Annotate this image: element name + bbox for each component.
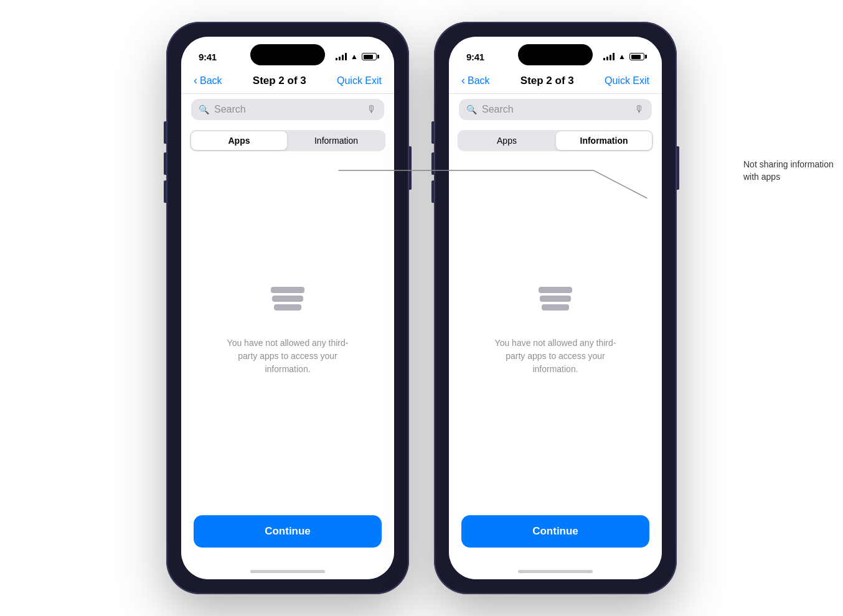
- annotation-label: Not sharing information with apps: [743, 159, 843, 183]
- status-time-2: 9:41: [466, 52, 484, 62]
- mic-icon-2[interactable]: 🎙: [634, 104, 644, 115]
- stack-icon-2: [534, 287, 577, 324]
- back-button-1[interactable]: ‹ Back: [194, 74, 222, 87]
- continue-container-1: Continue: [181, 505, 394, 566]
- continue-container-2: Continue: [449, 505, 662, 566]
- search-icon-2: 🔍: [466, 105, 477, 114]
- annotation-text-line2: with apps: [743, 172, 780, 182]
- content-area-2: You have not allowed any third-party app…: [449, 157, 662, 505]
- tab-apps-2[interactable]: Apps: [459, 131, 555, 150]
- search-icon-1: 🔍: [199, 105, 209, 114]
- search-bar-2[interactable]: 🔍 Search 🎙: [459, 99, 652, 120]
- content-area-1: You have not allowed any third-party app…: [181, 157, 394, 505]
- nav-title-2: Step 2 of 3: [520, 75, 574, 87]
- chevron-left-icon-1: ‹: [194, 74, 197, 87]
- phones-wrapper: 9:41 ▲: [166, 22, 677, 594]
- wifi-icon-1: ▲: [351, 52, 358, 61]
- nav-bar-1: ‹ Back Step 2 of 3 Quick Exit: [181, 68, 394, 94]
- chevron-left-icon-2: ‹: [461, 74, 465, 87]
- phone-1: 9:41 ▲: [166, 22, 409, 594]
- segment-container-2: Apps Information: [449, 126, 662, 157]
- search-container-1: 🔍 Search 🎙: [181, 94, 394, 126]
- tab-information-2[interactable]: Information: [556, 131, 652, 150]
- segment-control-2: Apps Information: [458, 130, 653, 151]
- search-input-1[interactable]: Search: [214, 104, 362, 115]
- status-icons-1: ▲: [336, 52, 377, 61]
- status-icons-2: ▲: [603, 52, 644, 61]
- dynamic-island-2: [518, 44, 593, 65]
- battery-icon-1: [362, 53, 377, 60]
- mic-icon-1[interactable]: 🎙: [367, 104, 377, 115]
- empty-message-2: You have not allowed any third-party app…: [487, 337, 624, 376]
- search-bar-1[interactable]: 🔍 Search 🎙: [191, 99, 384, 120]
- home-indicator-2: [449, 566, 662, 579]
- screen-2: 9:41 ▲: [449, 37, 662, 579]
- status-bar-2: 9:41 ▲: [449, 37, 662, 68]
- status-bar-1: 9:41 ▲: [181, 37, 394, 68]
- tab-information-1[interactable]: Information: [288, 131, 384, 150]
- tab-apps-1[interactable]: Apps: [191, 131, 287, 150]
- status-time-1: 9:41: [199, 52, 217, 62]
- home-indicator-1: [181, 566, 394, 579]
- segment-control-1: Apps Information: [190, 130, 385, 151]
- annotation-text-line1: Not sharing information: [743, 159, 834, 169]
- dynamic-island-1: [250, 44, 325, 65]
- segment-container-1: Apps Information: [181, 126, 394, 157]
- phone-2: 9:41 ▲: [434, 22, 677, 594]
- battery-icon-2: [629, 53, 644, 60]
- back-label-1: Back: [200, 75, 222, 86]
- stack-icon-1: [266, 287, 309, 324]
- nav-title-1: Step 2 of 3: [253, 75, 306, 87]
- empty-message-1: You have not allowed any third-party app…: [219, 337, 356, 376]
- continue-button-2[interactable]: Continue: [461, 515, 649, 548]
- continue-button-1[interactable]: Continue: [194, 515, 382, 548]
- wifi-icon-2: ▲: [618, 52, 626, 61]
- nav-bar-2: ‹ Back Step 2 of 3 Quick Exit: [449, 68, 662, 94]
- signal-icon-1: [336, 53, 347, 60]
- quick-exit-button-2[interactable]: Quick Exit: [605, 75, 649, 86]
- back-button-2[interactable]: ‹ Back: [461, 74, 490, 87]
- back-label-2: Back: [468, 75, 490, 86]
- search-input-2[interactable]: Search: [482, 104, 629, 115]
- signal-icon-2: [603, 53, 615, 60]
- screen-1: 9:41 ▲: [181, 37, 394, 579]
- search-container-2: 🔍 Search 🎙: [449, 94, 662, 126]
- quick-exit-button-1[interactable]: Quick Exit: [337, 75, 382, 86]
- scene: 9:41 ▲: [0, 0, 843, 616]
